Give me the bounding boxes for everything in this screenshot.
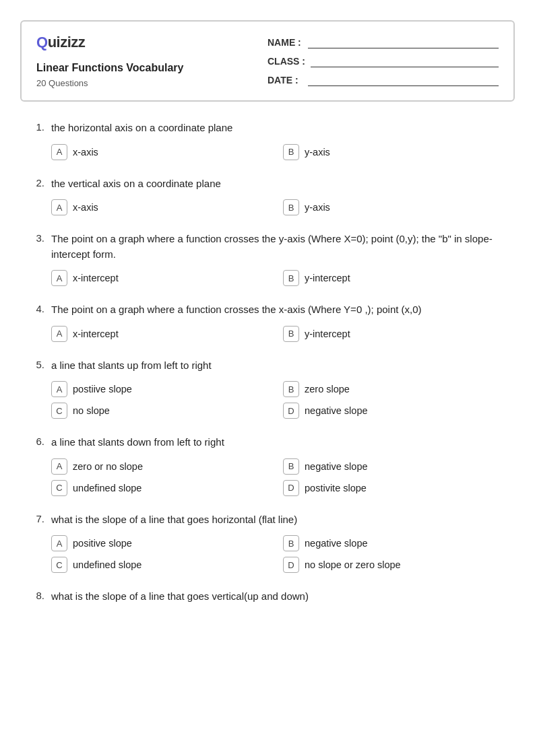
option-4b: B y-intercept [283, 326, 508, 342]
option-text-6c: undefined slope [73, 483, 141, 493]
question-text-4: The point on a graph where a function cr… [51, 302, 508, 318]
questions-section: 1. the horizontal axis on a coordinate p… [20, 121, 515, 605]
page: Quizizz Linear Functions Vocabulary 20 Q… [0, 0, 535, 756]
option-text-4b: y-intercept [305, 329, 350, 339]
option-1b: B y-axis [283, 144, 508, 160]
badge-7c: C [51, 557, 67, 573]
question-row-4: 4. The point on a graph where a function… [27, 302, 508, 318]
badge-5a: A [51, 381, 67, 397]
question-number-1: 1. [27, 121, 44, 133]
badge-7d: D [283, 557, 299, 573]
question-row-5: 5. a line that slants up from left to ri… [27, 358, 508, 374]
option-6c: C undefined slope [51, 480, 276, 496]
badge-6d: D [283, 480, 299, 496]
header-left: Quizizz Linear Functions Vocabulary 20 Q… [36, 34, 268, 88]
option-6b: B negative slope [283, 458, 508, 475]
options-grid-1: A x-axis B y-axis [27, 144, 508, 160]
option-6d: D postivite slope [283, 480, 508, 496]
option-2a: A x-axis [51, 199, 276, 215]
badge-7a: A [51, 535, 67, 551]
question-text-5: a line that slants up from left to right [51, 358, 508, 374]
options-grid-6: A zero or no slope B negative slope C un… [27, 458, 508, 496]
option-text-7b: negative slope [305, 538, 368, 549]
badge-3a: A [51, 270, 67, 286]
options-grid-7: A positive slope B negative slope C unde… [27, 535, 508, 573]
logo-q: Q [36, 34, 48, 50]
quiz-title: Linear Functions Vocabulary [36, 62, 268, 74]
options-grid-4: A x-intercept B y-intercept [27, 326, 508, 342]
question-text-8: what is the slope of a line that goes ve… [51, 589, 508, 605]
options-grid-2: A x-axis B y-axis [27, 199, 508, 215]
question-row-1: 1. the horizontal axis on a coordinate p… [27, 121, 508, 136]
question-row-8: 8. what is the slope of a line that goes… [27, 589, 508, 605]
header-box: Quizizz Linear Functions Vocabulary 20 Q… [20, 20, 515, 102]
option-text-6b: negative slope [305, 461, 368, 472]
option-2b: B y-axis [283, 199, 508, 215]
question-number-3: 3. [27, 232, 44, 244]
question-text-1: the horizontal axis on a coordinate plan… [51, 121, 508, 136]
question-number-6: 6. [27, 435, 44, 447]
option-text-5a: postiive slope [73, 384, 132, 394]
header-right: NAME : CLASS : DATE : [268, 34, 499, 86]
option-6a: A zero or no slope [51, 458, 276, 475]
question-number-8: 8. [27, 589, 44, 601]
date-line[interactable] [308, 74, 499, 86]
option-text-7d: no slope or zero slope [305, 559, 401, 570]
option-1a: A x-axis [51, 144, 276, 160]
option-5a: A postiive slope [51, 381, 276, 397]
option-5d: D negative slope [283, 403, 508, 419]
badge-5c: C [51, 403, 67, 419]
badge-3b: B [283, 270, 299, 286]
class-field-row: CLASS : [268, 55, 499, 67]
option-7d: D no slope or zero slope [283, 557, 508, 573]
badge-4a: A [51, 326, 67, 342]
option-text-7c: undefined slope [73, 559, 141, 570]
name-label: NAME : [268, 37, 303, 48]
question-text-3: The point on a graph where a function cr… [51, 232, 508, 262]
badge-5d: D [283, 403, 299, 419]
class-label: CLASS : [268, 56, 305, 67]
question-number-2: 2. [27, 176, 44, 188]
option-text-2b: y-axis [305, 202, 330, 213]
name-field-row: NAME : [268, 36, 499, 48]
date-label: DATE : [268, 75, 303, 85]
question-number-7: 7. [27, 512, 44, 524]
name-line[interactable] [308, 36, 499, 48]
option-text-2a: x-axis [73, 202, 98, 213]
option-4a: A x-intercept [51, 326, 276, 342]
badge-1b: B [283, 144, 299, 160]
option-text-5d: negative slope [305, 405, 368, 416]
question-block-4: 4. The point on a graph where a function… [27, 302, 508, 342]
option-text-1b: y-axis [305, 147, 330, 158]
option-text-7a: positive slope [73, 538, 132, 549]
badge-6c: C [51, 480, 67, 496]
logo-text: Quizizz [36, 34, 85, 51]
badge-4b: B [283, 326, 299, 342]
option-text-3a: x-intercept [73, 273, 119, 283]
question-row-6: 6. a line that slants down from left to … [27, 435, 508, 450]
option-5b: B zero slope [283, 381, 508, 397]
option-7c: C undefined slope [51, 557, 276, 573]
question-block-6: 6. a line that slants down from left to … [27, 435, 508, 496]
class-line[interactable] [311, 55, 499, 67]
badge-7b: B [283, 535, 299, 551]
badge-1a: A [51, 144, 67, 160]
question-block-3: 3. The point on a graph where a function… [27, 232, 508, 286]
option-3b: B y-intercept [283, 270, 508, 286]
date-field-row: DATE : [268, 74, 499, 86]
option-text-6d: postivite slope [305, 483, 367, 493]
badge-2b: B [283, 199, 299, 215]
question-row-3: 3. The point on a graph where a function… [27, 232, 508, 262]
question-number-4: 4. [27, 302, 44, 314]
question-text-6: a line that slants down from left to rig… [51, 435, 508, 450]
question-row-7: 7. what is the slope of a line that goes… [27, 512, 508, 528]
badge-6a: A [51, 458, 67, 475]
logo: Quizizz [36, 34, 268, 51]
option-text-5b: zero slope [305, 384, 350, 394]
question-text-2: the vertical axis on a coordinate plane [51, 176, 508, 192]
options-grid-5: A postiive slope B zero slope C no slope… [27, 381, 508, 419]
question-block-7: 7. what is the slope of a line that goes… [27, 512, 508, 574]
question-row-2: 2. the vertical axis on a coordinate pla… [27, 176, 508, 192]
option-text-1a: x-axis [73, 147, 98, 158]
quiz-subtitle: 20 Questions [36, 78, 268, 88]
